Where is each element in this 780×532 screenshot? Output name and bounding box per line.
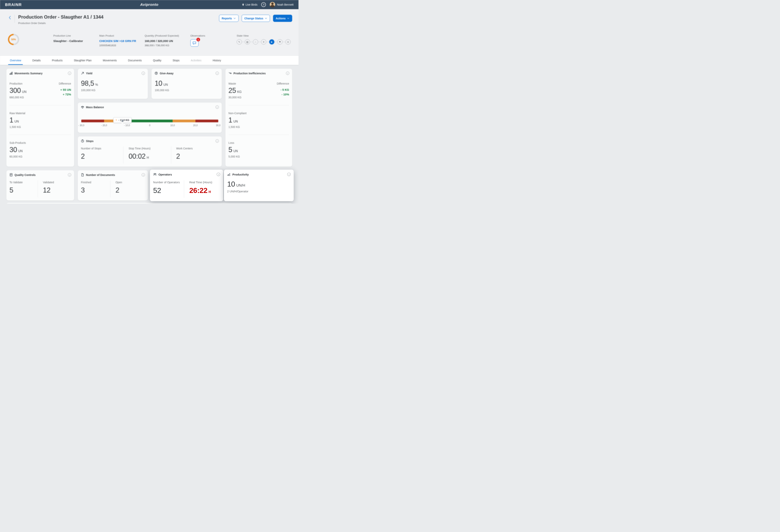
gauge-bar (81, 119, 218, 122)
gauge-marker[interactable] (121, 120, 124, 122)
operators-card: Operators i Number of Operators 52 Real … (150, 170, 223, 201)
stat-unit: UN (14, 120, 19, 123)
stat-value: 00:02 (129, 152, 146, 160)
tab-products[interactable]: Products (46, 56, 68, 65)
info-icon[interactable]: i (215, 71, 219, 75)
tab-slaughter-plan[interactable]: Slaughter Plan (68, 56, 97, 65)
stat-value: 3 (81, 186, 85, 194)
people-icon (153, 173, 157, 176)
stat-label: Stop Time (Hours) (129, 147, 171, 150)
actions-button[interactable]: Actions (273, 15, 292, 22)
axis-tick: 20,0 (193, 124, 198, 127)
kpi-sub: 100,000 KG (155, 89, 218, 92)
to-validate-stat: To Validate 5 (9, 180, 38, 197)
gauge-value: - 12,0 KG (118, 118, 129, 122)
movements-summary-card: Movements Summary i Production Differenc… (6, 69, 74, 166)
tab-stops[interactable]: Stops (167, 56, 185, 65)
state-step-flag-icon[interactable]: ⚑ (277, 39, 283, 45)
observations-column: Observations 1 (190, 34, 237, 47)
production-line-label: Production Line (53, 34, 99, 37)
stat-label: Raw Material (9, 112, 26, 115)
number-of-operators-stat: Number of Operators 52 (153, 180, 184, 198)
live-birds-link[interactable]: Live Birds (242, 3, 257, 6)
production-line-column: Production Line Slaughter - Calibrator (53, 34, 99, 43)
work-centers-stat: Work Centers 2 (171, 146, 218, 163)
stat-label: To Validate (9, 181, 38, 184)
bar-chart-icon (9, 71, 13, 75)
difference-percent: + 72% (60, 92, 71, 97)
stat-unit: H (147, 156, 149, 159)
difference-value: - 5 KG (281, 88, 289, 92)
page-header: Production Order - Slaugther A1 / 1344 P… (0, 9, 299, 55)
finished-stat: Finished 3 (81, 180, 110, 197)
state-step-hierarchy-icon[interactable]: ∴ (253, 39, 258, 45)
quantity-value: 160,000 / 320,000 UN (145, 39, 190, 43)
state-view-column: State View ✎ ▤ ∴ ✕ ▶ ⚑ ⊙ (237, 34, 291, 45)
state-step-power-icon[interactable]: ⊙ (285, 39, 291, 45)
kpi-sub: 100,000 KG (81, 89, 145, 92)
chevron-down-icon (265, 17, 267, 19)
stat-value: 2 (81, 152, 85, 160)
card-title: Give-Away (160, 72, 174, 75)
tab-quality[interactable]: Quality (147, 56, 167, 65)
info-icon[interactable]: i (287, 173, 291, 176)
info-icon[interactable]: i (68, 173, 71, 177)
productivity-card: Productivity i 10UN/H 2 UN/H/Operator (224, 170, 294, 201)
validated-stat: Validated 12 (38, 180, 71, 197)
state-step-document-icon[interactable]: ▤ (245, 39, 250, 45)
user-menu[interactable]: Noah Bennett (270, 2, 294, 7)
card-title: Stops (86, 140, 93, 143)
info-icon[interactable]: i (215, 105, 219, 109)
info-icon[interactable]: i (142, 173, 145, 177)
observations-button[interactable]: 1 (190, 39, 199, 47)
tab-history[interactable]: History (207, 56, 227, 65)
balance-scale-icon (81, 105, 84, 109)
info-icon[interactable]: i (286, 71, 289, 75)
dashboard-content: Movements Summary i Production Differenc… (0, 65, 299, 204)
card-title: Operators (158, 173, 172, 176)
main-product-link[interactable]: CHICKEN S/M >18 GRN FR (99, 39, 145, 43)
trend-down-icon (229, 71, 232, 75)
tab-documents[interactable]: Documents (123, 56, 147, 65)
info-icon[interactable]: i (217, 173, 220, 176)
stat-value: 5 (9, 186, 13, 194)
card-title: Yield (86, 72, 92, 75)
difference-percent: - 10% (281, 92, 289, 97)
state-step-edit-icon[interactable]: ✎ (237, 39, 242, 45)
tab-activities: Activities (185, 56, 207, 65)
axis-tick: - 20,0 (101, 124, 107, 127)
avatar (270, 2, 275, 7)
back-button[interactable] (8, 15, 12, 20)
sub-products-stat: Sub-Products 30UN 60,000 KG (9, 135, 71, 164)
info-icon[interactable]: i (142, 71, 145, 75)
real-time-stat: Real Time (Hours) 26:22H (184, 180, 220, 198)
tab-overview[interactable]: Overview (4, 56, 27, 65)
raw-material-stat: Raw Material 1UN 1,500 KG (9, 105, 71, 135)
stat-unit: KG (237, 90, 242, 93)
stat-unit: UN (233, 120, 238, 123)
tab-details[interactable]: Details (27, 56, 46, 65)
tab-movements[interactable]: Movements (97, 56, 122, 65)
info-icon[interactable]: i (215, 139, 219, 143)
stops-card: Stops i Number of Stops 2 Stop Time (Hou… (78, 136, 222, 166)
help-button[interactable]: ? (261, 2, 266, 7)
change-status-button[interactable]: Change Status (242, 15, 270, 22)
reports-button[interactable]: Reports (219, 15, 239, 22)
document-icon (81, 173, 84, 177)
state-step-play-icon[interactable]: ▶ (269, 39, 275, 45)
number-of-documents-card: Number of Documents i Finished 3 Open 2 (78, 170, 148, 200)
stat-value: 12 (43, 186, 50, 194)
yield-card: Yield i 98,5% 100,000 KG (78, 69, 148, 99)
card-title: Movements Summary (14, 72, 43, 75)
info-icon[interactable]: i (68, 71, 71, 75)
next-card-peek (6, 203, 292, 204)
warning-triangle-icon: ▼ (115, 119, 117, 121)
kpi-unit: % (95, 83, 98, 86)
stat-value: 5 (229, 146, 232, 154)
brand-logo: BRAINR (5, 2, 22, 7)
stat-value: 52 (153, 186, 161, 194)
checklist-icon (9, 173, 13, 177)
observations-label: Observations (190, 34, 237, 37)
state-step-delete-icon[interactable]: ✕ (261, 39, 266, 45)
waste-stat: Waste Difference 25KG 30,000 KG - 5 KG -… (229, 76, 289, 105)
